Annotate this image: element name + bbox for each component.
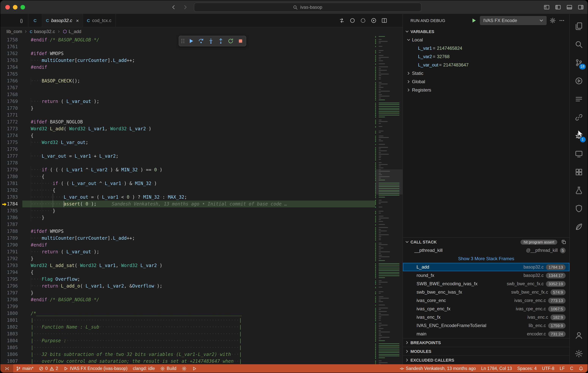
todo-tree-button[interactable]	[570, 218, 588, 236]
code-line-text[interactable]: {	[22, 132, 375, 139]
section-header-breakpoints[interactable]: BREAKPOINTS	[403, 339, 569, 347]
code-line-text[interactable]: #endif	[22, 241, 375, 248]
code-line[interactable]: 1802|···Function·Name·:·L_sub···········…	[0, 324, 375, 330]
code-line-text[interactable]: #ifdef·WMOPS	[22, 228, 375, 235]
stack-frame-ivas_enc_fx[interactable]: ivas_enc_fxivas_enc.c182:9	[403, 313, 569, 321]
scrollbar-thumb[interactable]	[375, 169, 402, 195]
run-file-button[interactable]	[371, 17, 377, 23]
editor-gutter[interactable]: 1783	[0, 194, 22, 200]
stack-frame-swb_bwe_enc_ivas_fx[interactable]: swb_bwe_enc_ivas_fxswb_bwe_enc_fx.c574:9	[403, 288, 569, 296]
copy-call-stack-button[interactable]	[561, 239, 566, 245]
extensions-button[interactable]	[570, 163, 588, 181]
code-line-text[interactable]	[22, 91, 375, 98]
code-line[interactable]: 1779····if·(·(·(·L_var1·^·L_var2·)·&·MIN…	[0, 166, 375, 173]
stop-button[interactable]	[236, 36, 245, 45]
editor-gutter[interactable]: 1806	[0, 351, 22, 358]
split-editor-button[interactable]	[381, 17, 387, 23]
editor-gutter[interactable]: 1763	[0, 57, 22, 64]
editor-gutter[interactable]: 1781	[0, 180, 22, 187]
editor-gutter[interactable]: 1764	[0, 64, 22, 71]
code-line-text[interactable]: ····multiCounter[currCounter].L_add++;	[22, 57, 375, 64]
editor-gutter[interactable]: 1772	[0, 119, 22, 125]
code-line[interactable]: 1774{	[0, 132, 375, 139]
code-line[interactable]: 1778	[0, 160, 375, 166]
editor-gutter[interactable]: 1777	[0, 153, 22, 160]
step-out-button[interactable]	[216, 36, 225, 45]
tab-cod_tcx.c[interactable]: Ccod_tcx.c	[83, 14, 116, 27]
stack-frame-SWB_BWE_encoding_ivas_fx[interactable]: SWB_BWE_encoding_ivas_fxswb_bwe_enc_fx.c…	[403, 280, 569, 288]
code-line-text[interactable]: {	[22, 269, 375, 276]
editor-gutter[interactable]: 1770	[0, 105, 22, 112]
editor-gutter[interactable]: 1787	[0, 221, 22, 228]
eol-status[interactable]: LF	[557, 364, 567, 373]
editor-gutter[interactable]: 1798	[0, 296, 22, 303]
code-line[interactable]: 1765	[0, 71, 375, 77]
code-line-text[interactable]: }	[22, 255, 375, 262]
code-line-text[interactable]: ········}	[22, 207, 375, 214]
show-more-stack-frames-link[interactable]: Show 3 More Stack Frames	[403, 254, 569, 263]
code-line-text[interactable]	[22, 84, 375, 91]
code-line[interactable]: 1769····return·(·L_var_out·);	[0, 98, 375, 105]
code-line[interactable]: 1763····multiCounter[currCounter].L_add+…	[0, 57, 375, 64]
code-line-text[interactable]: ····if·(·(·(·L_var1·^·L_var2·)·&·MIN_32·…	[22, 166, 375, 173]
editor-gutter[interactable]: 1800	[0, 310, 22, 317]
notifications-bell[interactable]	[576, 364, 586, 373]
toggle-primary-sidebar-button[interactable]	[555, 4, 561, 10]
variables-section-header[interactable]: VARIABLES	[403, 27, 569, 36]
editor-gutter[interactable]: 1791	[0, 248, 22, 255]
editor-gutter[interactable]: 1789	[0, 235, 22, 241]
code-line[interactable]: 1804|···Purpose·:·······················…	[0, 337, 375, 344]
code-line[interactable]: 1798#endif·/*·BASOP_NOGLOB·*/	[0, 296, 375, 303]
editor-gutter[interactable]: 1799	[0, 303, 22, 310]
editor-gutter[interactable]: 1793	[0, 262, 22, 269]
editor-gutter[interactable]: 1801	[0, 317, 22, 324]
editor-gutter[interactable]: 1786	[0, 214, 22, 221]
code-line-text[interactable]: ····{	[22, 173, 375, 180]
testing-button[interactable]	[570, 181, 588, 199]
section-header-modules[interactable]: MODULES	[403, 347, 569, 356]
code-line[interactable]: 1786····}	[0, 214, 375, 221]
code-line[interactable]: 1796····return·L_add_o(·L_var1,·L_var2,·…	[0, 283, 375, 289]
editor-gutter[interactable]: 1758	[0, 36, 22, 43]
code-line[interactable]: 1795····Flag·Overflow;	[0, 276, 375, 283]
git-branch-status[interactable]: main*	[13, 364, 36, 373]
variable-group-Global[interactable]: Global	[403, 77, 569, 86]
code-line-text[interactable]: }	[22, 289, 375, 296]
code-line-text[interactable]: |···32·bits·subtraction·of·the·two·32·bi…	[22, 351, 375, 358]
variable-row[interactable]: L_var2=32768	[403, 52, 569, 61]
tab-c[interactable]: C	[29, 14, 42, 27]
editor-gutter[interactable]: 1784	[0, 200, 22, 207]
indentation-status[interactable]: Spaces: 4	[514, 364, 539, 373]
code-line-text[interactable]: ····Flag·Overflow;	[22, 276, 375, 283]
code-line[interactable]: 1785········}	[0, 207, 375, 214]
editor-gutter[interactable]: 1774	[0, 132, 22, 139]
code-line-text[interactable]	[22, 112, 375, 119]
gitlens-button[interactable]	[570, 199, 588, 218]
editor-gutter[interactable]: 1807	[0, 358, 22, 364]
call-stack-section-header[interactable]: CALL STACKhit program assert	[403, 238, 569, 246]
code-line-text[interactable]: ····}	[22, 214, 375, 221]
code-line-text[interactable]	[22, 160, 375, 166]
editor-gutter[interactable]: 1767	[0, 84, 22, 91]
tab-json[interactable]: {}	[15, 14, 29, 27]
command-center-search[interactable]: ivas-basop	[194, 3, 421, 12]
editor-gutter[interactable]: 1766	[0, 77, 22, 84]
editor-gutter[interactable]: 1803	[0, 330, 22, 337]
code-line[interactable]: 1800/*__________________________________…	[0, 310, 375, 317]
code-line-text[interactable]: ····BASOP_CHECK();	[22, 77, 375, 84]
code-line-text[interactable]: #endif	[22, 64, 375, 71]
stack-frame-L_add[interactable]: L_addbasop32.c1784:13	[403, 263, 569, 271]
code-line[interactable]: 1782········{	[0, 187, 375, 194]
run-console-button[interactable]	[570, 72, 588, 90]
code-line-text[interactable]: |···Purpose·:···························…	[22, 337, 375, 344]
stack-frame-main[interactable]: mainencoder.c731:24	[403, 330, 569, 338]
code-line-text[interactable]	[22, 303, 375, 310]
code-line-text[interactable]: ····return·(·L_var_out·);	[22, 248, 375, 255]
section-header-excluded-callers[interactable]: EXCLUDED CALLERS	[403, 356, 569, 364]
code-line[interactable]: 1794{	[0, 269, 375, 276]
continue-button[interactable]	[187, 36, 196, 45]
code-line-text[interactable]: |···Function·Name·:·L_sub···············…	[22, 324, 375, 330]
more-actions-button[interactable]	[392, 17, 398, 23]
encoding-status[interactable]: UTF-8	[539, 364, 557, 373]
source-control-button[interactable]: 18	[570, 54, 588, 72]
